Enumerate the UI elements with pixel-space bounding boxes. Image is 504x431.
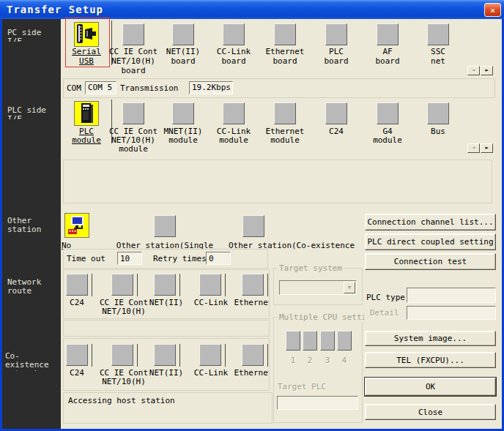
plc-if-scroll-right-button[interactable]: ► (481, 143, 493, 153)
cpu-number-label: 4 (337, 356, 352, 365)
button-label: Connection channel list... (367, 217, 493, 227)
left-arrow-icon: ◄ (472, 145, 475, 151)
connection-test-button[interactable]: Connection test (365, 253, 496, 270)
divider (92, 344, 92, 367)
target-plc-field (277, 396, 358, 410)
network-route-c24-icon[interactable] (66, 274, 88, 296)
coexistence-net-ii-icon[interactable] (154, 344, 176, 366)
sidebar-label-coexistence: Co-existence network (5, 352, 61, 371)
pc-if-item-label: NET(II) board (158, 47, 209, 66)
plc-if-item-label: Ethernet module (259, 127, 311, 145)
right-arrow-icon: ► (485, 145, 488, 151)
plc-if-c24-icon[interactable] (325, 102, 347, 124)
chevron-down-icon: ▼ (344, 282, 355, 293)
plc-if-bus-icon[interactable] (427, 102, 449, 124)
sidebar-label-network-route: Network route (7, 278, 59, 297)
cpu-4-button (337, 331, 352, 351)
plc-if-scroll-left-button[interactable]: ◄ (467, 143, 480, 153)
ok-button[interactable]: OK (365, 378, 496, 396)
retry-times-label: Retry times (153, 254, 207, 263)
plc-if-item-label: Bus (412, 127, 464, 136)
other-station-no-icon[interactable] (64, 213, 89, 238)
status-panel: Accessing host station (63, 392, 273, 424)
plc-type-label: PLC type (366, 293, 405, 302)
plc-if-item-label: MNET(II) module (158, 127, 209, 145)
divider (137, 274, 138, 296)
pc-if-item-label: Ethernet board (259, 47, 311, 66)
connection-channel-list-button[interactable]: Connection channel list... (365, 214, 496, 231)
cpu-2-button (303, 331, 317, 351)
plc-if-item-label: G4 module (362, 127, 413, 145)
sidebar-label-other-station: Other station (7, 217, 59, 236)
cpu-3-button (320, 331, 335, 351)
coexistence-cc-ie-cont-icon[interactable] (111, 344, 133, 366)
divider (267, 344, 268, 367)
plc-if-item-label: CC-Link module (208, 127, 259, 145)
plc-if-mnet-ii-icon[interactable] (172, 102, 194, 124)
target-system-dropdown: ▼ (279, 280, 357, 295)
retry-times-input[interactable] (206, 252, 231, 265)
detail-field (407, 306, 496, 320)
detail-label: Detail (370, 308, 399, 318)
sidebar-label-pc-side: PC side I/F (7, 29, 59, 42)
network-route-item-label: CC-Link (189, 299, 233, 307)
coexistence-c24-icon[interactable] (66, 344, 88, 366)
network-route-cc-link-icon[interactable] (199, 274, 221, 296)
sidebar-label-plc-side: PLC side I/F (7, 106, 59, 119)
tel-fxcpu-button[interactable]: TEL (FXCPU)... (365, 352, 496, 368)
network-route-cc-ie-cont-icon[interactable] (111, 274, 133, 296)
plc-if-g4-module-icon[interactable] (377, 102, 399, 124)
coexistence-item-label: CC-Link (189, 369, 233, 378)
computer-icon (65, 214, 89, 237)
button-label: PLC direct coupled setting (367, 237, 493, 247)
divider (267, 274, 268, 296)
pc-if-ssc-net-icon[interactable] (427, 23, 449, 45)
pc-if-plc-board-icon[interactable] (325, 23, 347, 45)
divider (225, 344, 226, 367)
transmission-label: Transmission (120, 83, 178, 93)
target-plc-label: Target PLC (278, 382, 326, 391)
close-button-bottom[interactable]: Close (365, 404, 496, 420)
pc-if-net-ii-icon[interactable] (172, 23, 194, 45)
pc-if-scroll-left-button[interactable]: ◄ (467, 66, 480, 75)
plc-if-cc-ie-cont-icon[interactable] (122, 102, 144, 124)
plc-if-ethernet-icon[interactable] (274, 102, 296, 124)
cpu-1-button (286, 331, 300, 351)
target-system-title: Target system (278, 263, 344, 273)
pc-if-cc-link-icon[interactable] (223, 23, 245, 45)
coexistence-item-label: CC IE Cont NET/10(H) (98, 369, 149, 386)
left-arrow-icon: ◄ (472, 67, 475, 73)
plc-if-item-label: CC IE Cont NET/10(H) module (108, 127, 159, 154)
plc-if-cc-link-icon[interactable] (223, 102, 245, 124)
divider (137, 344, 138, 367)
transfer-setup-dialog: Transfer Setup ✕ PC side I/F PLC side I/… (0, 0, 504, 431)
other-station-single-icon[interactable] (154, 215, 176, 237)
coexistence-ethernet-icon[interactable] (242, 344, 264, 366)
plc-type-field (407, 288, 496, 303)
network-route-ethernet-icon[interactable] (242, 274, 264, 296)
coexistence-network-panel: C24 CC IE Cont NET/10(H) NET(II) CC-Link… (63, 338, 270, 391)
network-route-net-ii-icon[interactable] (154, 274, 176, 296)
network-route-item-label: NET(II) (144, 299, 188, 307)
pc-if-cc-ie-cont-icon[interactable] (122, 23, 144, 45)
status-text: Accessing host station (68, 396, 175, 405)
coexistence-item-label: NET(II) (144, 369, 188, 378)
transmission-speed-field: 19.2Kbps (189, 81, 233, 94)
timeout-input[interactable] (117, 252, 142, 265)
pc-if-item-label: Serial USB (64, 47, 108, 66)
button-label: Connection test (394, 257, 467, 266)
plc-module-icon (75, 102, 98, 125)
pc-if-ethernet-icon[interactable] (274, 23, 296, 45)
multiple-cpu-title: Multiple CPU setting (278, 312, 364, 322)
plc-if-plc-module-icon[interactable] (74, 101, 99, 126)
plc-direct-coupled-setting-button[interactable]: PLC direct coupled setting (365, 233, 496, 250)
coexistence-cc-link-icon[interactable] (199, 344, 221, 366)
network-route-detail-panel (63, 320, 270, 337)
other-station-coexistence-icon[interactable] (242, 215, 264, 237)
close-button[interactable]: ✕ (484, 3, 501, 17)
com-port-field: COM 5 (85, 81, 116, 94)
pc-if-scroll-right-button[interactable]: ► (481, 66, 493, 75)
divider (179, 274, 180, 296)
system-image-button[interactable]: System image... (365, 331, 496, 346)
pc-if-af-board-icon[interactable] (377, 23, 399, 45)
